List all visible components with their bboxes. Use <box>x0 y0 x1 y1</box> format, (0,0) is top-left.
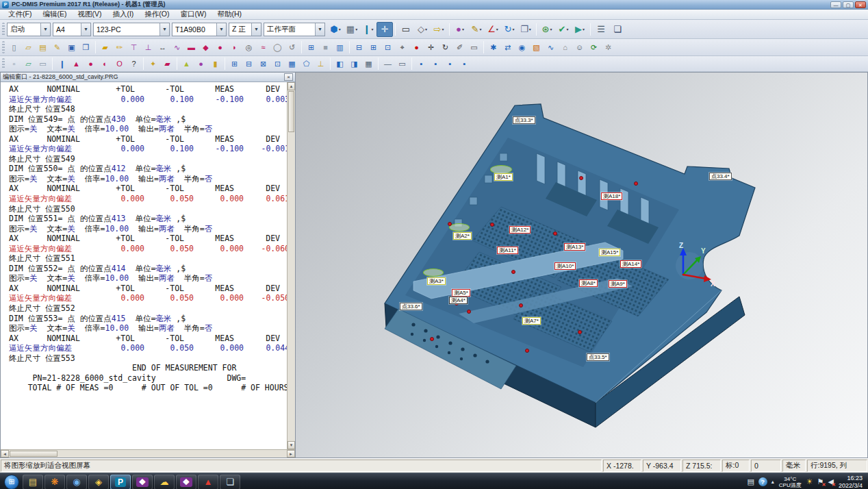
execute-arrow-icon[interactable]: ⇨▾ <box>431 22 447 37</box>
plain-window-icon[interactable]: ■ <box>318 41 333 54</box>
half-feature-icon[interactable]: ◗ <box>227 41 242 54</box>
marker-icon[interactable]: ▰ <box>98 41 112 54</box>
minimize-button[interactable]: — <box>830 1 841 8</box>
plane-magenta-icon[interactable]: ▰ <box>160 58 175 71</box>
camera-view-icon[interactable]: ◉ <box>515 41 529 54</box>
edit-program-icon[interactable]: ✎ <box>50 41 64 54</box>
scroll-down-icon[interactable]: ▼ <box>288 441 295 449</box>
chevron-down-icon[interactable]: ▼ <box>315 23 324 36</box>
measurement-point-marker[interactable] <box>430 337 434 341</box>
chevron-down-icon[interactable]: ▾ <box>512 27 514 32</box>
spline-icon[interactable]: ∿ <box>170 41 184 54</box>
feature-label[interactable]: 测A4* <box>449 297 468 304</box>
feature-label[interactable]: 测A9* <box>609 280 627 288</box>
letter-o-icon[interactable]: O <box>112 58 127 71</box>
ellipse-feature-icon[interactable]: ◐ <box>98 58 112 71</box>
chrome-icon[interactable]: ◉ <box>66 475 87 489</box>
shaded-view2-icon[interactable]: ◨ <box>347 58 361 71</box>
probe-combo[interactable]: A4▼ <box>53 23 91 36</box>
program-pages-icon[interactable]: ❐▾ <box>518 22 534 37</box>
chevron-down-icon[interactable]: ▾ <box>550 27 552 32</box>
feature-label[interactable]: 测A13* <box>564 243 585 251</box>
graphics-view[interactable]: Z Y X 点33.3*测A1*测A18*点33.4*测A12*测A2*测A11… <box>296 72 868 458</box>
gears-icon[interactable]: ✲ <box>601 41 615 54</box>
graph-icon[interactable]: ∿ <box>544 41 558 54</box>
users-icon[interactable]: ☺ <box>572 41 587 54</box>
construct-perp-icon[interactable]: ⊥ <box>141 41 155 54</box>
zoom-to-fit-icon[interactable]: ⬢▾ <box>327 22 344 37</box>
target-feature-icon[interactable]: ◎ <box>242 41 256 54</box>
blue-chip4-icon[interactable]: ▪ <box>457 58 472 71</box>
feature-label[interactable]: 测A14* <box>620 260 641 268</box>
feature-label[interactable]: 测A7* <box>522 317 541 325</box>
feature-label[interactable]: 测A11* <box>497 247 518 254</box>
cpu-temp-widget[interactable]: 34°C CPU温度 <box>779 476 802 488</box>
title-bar[interactable]: P PC-DMIS Premium 2017 R1 (Release) - 机器… <box>0 0 868 10</box>
tray-expand-icon[interactable]: ▴ <box>771 479 774 485</box>
measurement-point-marker[interactable] <box>553 231 557 236</box>
chevron-down-icon[interactable]: ▼ <box>81 23 90 36</box>
purple-editor-icon[interactable]: ❖ <box>132 475 153 489</box>
chevron-down-icon[interactable]: ▾ <box>371 27 373 32</box>
construct-tee-icon[interactable]: ⊤ <box>127 41 141 54</box>
pencil-icon[interactable]: ✏ <box>112 41 127 54</box>
horizontal-scrollbar[interactable]: ◄ ► <box>1 449 295 457</box>
menu-view[interactable]: 视图(V) <box>72 10 107 19</box>
startup-combo[interactable]: 启动▼ <box>7 23 51 36</box>
view-pane2-icon[interactable]: ⊞ <box>366 41 381 54</box>
probe-mode-icon[interactable]: ❙▾ <box>360 22 376 37</box>
feature-label[interactable]: 测A8* <box>579 279 598 287</box>
pan-view-icon[interactable]: ✛ <box>376 22 393 37</box>
execute-program-icon[interactable]: ▶▾ <box>572 22 588 37</box>
weather-tray-icon[interactable]: ☀ <box>806 477 813 486</box>
tri-feature-icon[interactable]: ▲ <box>69 58 84 71</box>
alignment-axes-icon[interactable]: ↻▾ <box>501 22 518 37</box>
chevron-down-icon[interactable]: ▼ <box>159 23 169 36</box>
help-question-icon[interactable]: ? <box>127 58 141 71</box>
grid-view-icon[interactable]: ▦ <box>361 58 376 71</box>
scroll-left-icon[interactable]: ◄ <box>1 450 9 457</box>
move-tool-icon[interactable]: ✛ <box>424 41 438 54</box>
palette-icon[interactable]: ▧ <box>529 41 544 54</box>
resize-h-icon[interactable]: ↔ <box>155 41 170 54</box>
scan-wave-icon[interactable]: ≈ <box>256 41 270 54</box>
window-app-icon[interactable]: ❏ <box>220 475 240 489</box>
tablet-tool-icon[interactable]: ▭ <box>467 41 481 54</box>
clock[interactable]: 16:23 2022/3/4 <box>839 475 863 489</box>
measurement-point-marker[interactable] <box>634 181 638 186</box>
polygon-feature-icon[interactable]: ⬠ <box>299 58 314 71</box>
horizontal-scroll-thumb[interactable] <box>10 451 58 457</box>
swirl-scan-icon[interactable]: ↺ <box>285 41 299 54</box>
circle-scan-icon[interactable]: ◯ <box>270 41 285 54</box>
chevron-down-icon[interactable]: ▾ <box>496 27 498 32</box>
volume-muted-icon[interactable]: ◀✕ <box>828 477 833 486</box>
cone-feature-icon[interactable]: ▲ <box>179 58 194 71</box>
feature-label[interactable]: 测A3* <box>427 277 446 285</box>
chevron-down-icon[interactable]: ▾ <box>479 27 481 32</box>
edit-window-close-icon[interactable]: × <box>284 73 293 81</box>
chevron-down-icon[interactable]: ▾ <box>339 27 341 32</box>
feature-label[interactable]: 测A5* <box>452 289 470 297</box>
wirebox4-icon[interactable]: ⊡ <box>270 58 285 71</box>
red-ball-icon[interactable]: ● <box>409 41 424 54</box>
chevron-down-icon[interactable]: ▾ <box>529 27 531 32</box>
axis-combo[interactable]: Z 正▼ <box>229 23 261 36</box>
edit-window-titlebar[interactable]: 编辑窗口 - 21-8228_6000_std_cavity.PRG × <box>1 73 295 82</box>
chevron-down-icon[interactable]: ▾ <box>583 27 585 32</box>
blue-chip3-icon[interactable]: ▪ <box>443 58 457 71</box>
diamond-feature-icon[interactable]: ◆ <box>199 41 213 54</box>
scroll-right-icon[interactable]: ► <box>287 450 295 457</box>
chevron-down-icon[interactable]: ▼ <box>40 23 50 36</box>
save-icon[interactable]: ▣ <box>64 41 79 54</box>
maximize-button[interactable]: ▢ <box>843 1 854 8</box>
new-file-icon[interactable]: ▯ <box>7 41 21 54</box>
measurement-point-marker[interactable] <box>467 310 471 314</box>
program-text-area[interactable]: AX NOMINAL+TOL-TOLMEASDEV逼近矢量方向偏差0.0000.… <box>1 82 287 449</box>
explorer-icon[interactable]: ▤ <box>23 475 43 489</box>
measurement-point-marker[interactable] <box>490 223 494 227</box>
vertical-scroll-thumb[interactable] <box>288 91 294 132</box>
save-all-icon[interactable]: ❒ <box>79 41 93 54</box>
measurement-point-marker[interactable] <box>519 303 523 308</box>
measurement-point-marker[interactable] <box>448 222 452 226</box>
messenger-icon[interactable]: ☁ <box>154 475 175 489</box>
